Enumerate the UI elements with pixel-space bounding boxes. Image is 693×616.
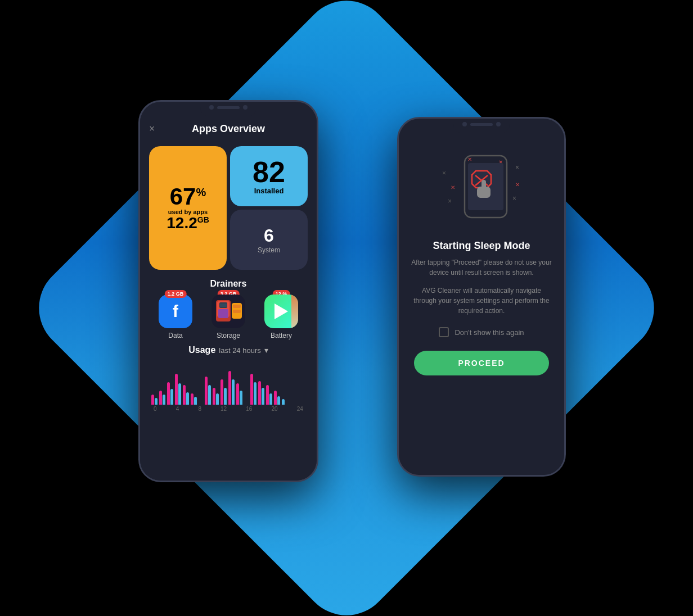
- bar: [254, 382, 256, 405]
- bar-group-12: [258, 381, 264, 405]
- bar: [163, 395, 165, 405]
- stats-grid: 82 Installed 67% used by apps 12.2GB 6: [149, 146, 308, 270]
- usage-chevron[interactable]: ▾: [264, 346, 268, 355]
- bar-group-6: [205, 377, 211, 405]
- bar: [167, 382, 170, 405]
- bar: [151, 395, 154, 405]
- svg-text:✕: ✕: [515, 182, 520, 188]
- bar-group-4: [183, 385, 189, 405]
- bar: [262, 388, 264, 405]
- phones-container: × × × × ✕ ✕ ✕ ✕: [93, 55, 600, 561]
- sleep-illustration: × × × × ✕ ✕ ✕ ✕: [431, 144, 532, 234]
- facebook-icon: f: [159, 295, 192, 328]
- phone-front: × Apps Overview 82 Installed 67% used by…: [138, 100, 318, 482]
- bar: [266, 385, 269, 405]
- usage-header: Usage last 24 hours ▾: [149, 345, 308, 355]
- bar: [258, 381, 261, 405]
- bar: [282, 399, 285, 405]
- chart-label-16: 16: [246, 406, 252, 412]
- back-camera-dot2: [496, 122, 501, 126]
- bar: [213, 388, 215, 405]
- bar-group-3: [175, 374, 181, 405]
- chart-labels: 0 4 8 12 16 20 24: [149, 405, 308, 412]
- system-number: 6: [264, 225, 274, 246]
- svg-marker-24: [274, 304, 288, 319]
- bar: [159, 391, 162, 405]
- drainer-storage-icon-wrap: 3.2 GB: [212, 295, 245, 328]
- svg-rect-14: [477, 187, 490, 198]
- bar-group-9: [228, 371, 235, 405]
- bar-group-10: [236, 383, 242, 405]
- used-gb: 12.2GB: [166, 215, 209, 231]
- bar: [240, 391, 242, 405]
- bar-group-14: [274, 391, 280, 405]
- bar: [175, 374, 178, 405]
- bar-group-5: [191, 393, 197, 405]
- svg-text:×: ×: [442, 169, 446, 177]
- bar-chart: [149, 360, 308, 405]
- bar: [228, 371, 231, 405]
- dont-show-checkbox[interactable]: [439, 327, 449, 337]
- bar-group-7: [213, 388, 219, 405]
- bar: [224, 388, 227, 405]
- bar-group-13: [266, 385, 272, 405]
- bar-group-15: [282, 399, 285, 405]
- bar: [170, 389, 173, 405]
- drainer-battery[interactable]: 12 %: [264, 295, 298, 339]
- usage-subtitle: last 24 hours: [219, 346, 260, 355]
- dont-show-row[interactable]: Don't show this again: [428, 327, 535, 337]
- drainer-data-badge: 1.2 GB: [165, 290, 187, 298]
- screen-title: Apps Overview: [192, 123, 265, 135]
- installed-label: Installed: [254, 187, 284, 195]
- stat-system: 6 System: [230, 210, 308, 270]
- bar: [269, 393, 272, 405]
- svg-rect-22: [233, 305, 241, 308]
- drainer-storage-name: Storage: [217, 332, 240, 339]
- back-phone-screen: × × × × ✕ ✕ ✕ ✕: [399, 133, 564, 477]
- drainer-storage-icon: [212, 295, 245, 328]
- bar-group-0: [151, 395, 158, 405]
- used-percent: 67%: [170, 185, 206, 209]
- bar: [277, 396, 280, 405]
- drainers-list: 1.2 GB f Data 3.2 GB: [149, 295, 308, 339]
- phone-back: × × × × ✕ ✕ ✕ ✕: [397, 117, 566, 477]
- bar: [232, 379, 235, 405]
- back-speaker: [470, 123, 493, 126]
- chart-label-20: 20: [272, 406, 278, 412]
- bar: [183, 385, 186, 405]
- bar: [216, 393, 219, 405]
- drainer-data-name: Data: [168, 332, 182, 339]
- drainer-data[interactable]: 1.2 GB f Data: [159, 295, 192, 339]
- chart-label-12: 12: [220, 406, 227, 412]
- screen-header: × Apps Overview: [140, 116, 317, 142]
- svg-rect-20: [218, 309, 228, 318]
- drainer-storage[interactable]: 3.2 GB: [212, 295, 245, 339]
- stat-installed: 82 Installed: [230, 146, 308, 206]
- installed-number: 82: [253, 157, 285, 187]
- system-label: System: [258, 246, 280, 254]
- dont-show-label: Don't show this again: [454, 328, 524, 337]
- close-button[interactable]: ×: [149, 123, 155, 135]
- drainer-data-icon-wrap: 1.2 GB f: [159, 295, 192, 328]
- front-camera-dot2: [243, 105, 248, 110]
- usage-title: Usage: [188, 345, 215, 355]
- bar-group-2: [167, 382, 173, 405]
- stat-used: 67% used by apps 12.2GB: [149, 146, 227, 270]
- svg-text:✕: ✕: [451, 184, 455, 191]
- bar: [205, 377, 208, 405]
- svg-text:×: ×: [512, 194, 516, 202]
- svg-text:×: ×: [515, 164, 519, 171]
- bar: [236, 383, 239, 405]
- sleep-title: Starting Sleep Mode: [433, 240, 530, 252]
- sleep-desc1: After tapping "Proceed" please do not us…: [399, 257, 564, 278]
- bar-group-11: [250, 374, 256, 405]
- chart-label-24: 24: [297, 406, 303, 412]
- chart-label-8: 8: [198, 406, 201, 412]
- back-camera-dot: [462, 122, 467, 126]
- svg-rect-19: [220, 304, 227, 307]
- bar-group-8: [220, 379, 227, 405]
- front-phone-notch: [200, 102, 256, 116]
- proceed-button[interactable]: PROCEED: [414, 351, 549, 375]
- bar: [250, 374, 253, 405]
- drainer-battery-icon-wrap: 12 %: [264, 295, 298, 328]
